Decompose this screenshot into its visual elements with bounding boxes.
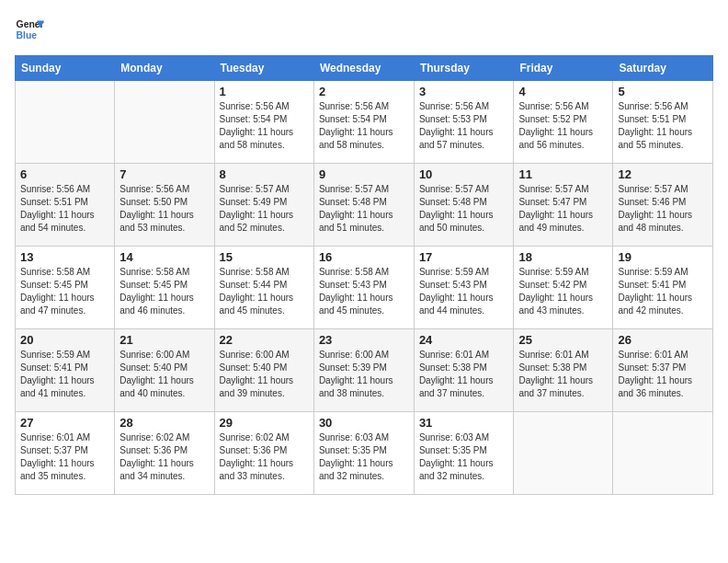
calendar-cell: 20Sunrise: 5:59 AM Sunset: 5:41 PM Dayli… [16, 329, 115, 412]
svg-text:Blue: Blue [17, 30, 38, 40]
calendar-cell: 5Sunrise: 5:56 AM Sunset: 5:51 PM Daylig… [613, 81, 713, 164]
calendar-cell: 8Sunrise: 5:57 AM Sunset: 5:49 PM Daylig… [214, 164, 313, 247]
day-number: 5 [618, 85, 708, 98]
calendar-cell: 2Sunrise: 5:56 AM Sunset: 5:54 PM Daylig… [313, 81, 414, 164]
calendar-cell: 30Sunrise: 6:03 AM Sunset: 5:35 PM Dayli… [313, 412, 414, 495]
day-number: 29 [220, 416, 309, 430]
calendar-cell: 9Sunrise: 5:57 AM Sunset: 5:48 PM Daylig… [313, 164, 414, 247]
day-info: Sunrise: 5:57 AM Sunset: 5:49 PM Dayligh… [220, 183, 309, 235]
day-number: 15 [220, 250, 309, 264]
day-number: 25 [518, 333, 608, 347]
calendar-table: SundayMondayTuesdayWednesdayThursdayFrid… [15, 55, 713, 495]
day-info: Sunrise: 5:56 AM Sunset: 5:52 PM Dayligh… [518, 100, 608, 152]
day-info: Sunrise: 6:01 AM Sunset: 5:37 PM Dayligh… [618, 349, 708, 400]
page-header: General Blue [15, 15, 713, 44]
calendar-cell: 18Sunrise: 5:59 AM Sunset: 5:42 PM Dayli… [514, 247, 613, 329]
calendar-cell: 10Sunrise: 5:57 AM Sunset: 5:48 PM Dayli… [414, 164, 514, 247]
day-info: Sunrise: 5:57 AM Sunset: 5:48 PM Dayligh… [319, 183, 409, 235]
day-info: Sunrise: 5:58 AM Sunset: 5:43 PM Dayligh… [319, 266, 409, 317]
day-number: 21 [119, 333, 209, 347]
day-info: Sunrise: 5:59 AM Sunset: 5:42 PM Dayligh… [518, 266, 608, 317]
day-info: Sunrise: 5:56 AM Sunset: 5:51 PM Dayligh… [618, 100, 708, 152]
day-info: Sunrise: 5:59 AM Sunset: 5:41 PM Dayligh… [20, 349, 109, 400]
day-number: 12 [618, 167, 708, 181]
day-info: Sunrise: 5:58 AM Sunset: 5:45 PM Dayligh… [20, 266, 109, 317]
calendar-cell: 15Sunrise: 5:58 AM Sunset: 5:44 PM Dayli… [214, 247, 313, 329]
day-number: 24 [419, 333, 509, 347]
day-info: Sunrise: 6:00 AM Sunset: 5:39 PM Dayligh… [319, 349, 409, 400]
day-number: 27 [20, 416, 109, 430]
day-info: Sunrise: 6:02 AM Sunset: 5:36 PM Dayligh… [119, 431, 209, 483]
column-header-saturday: Saturday [613, 56, 713, 81]
day-info: Sunrise: 5:57 AM Sunset: 5:48 PM Dayligh… [419, 183, 509, 235]
day-info: Sunrise: 5:57 AM Sunset: 5:46 PM Dayligh… [618, 183, 708, 235]
day-info: Sunrise: 5:56 AM Sunset: 5:51 PM Dayligh… [20, 183, 109, 235]
calendar-cell: 24Sunrise: 6:01 AM Sunset: 5:38 PM Dayli… [414, 329, 514, 412]
logo: General Blue [15, 15, 44, 44]
column-header-thursday: Thursday [414, 56, 514, 81]
calendar-cell [115, 81, 214, 164]
calendar-cell: 25Sunrise: 6:01 AM Sunset: 5:38 PM Dayli… [514, 329, 613, 412]
day-info: Sunrise: 6:03 AM Sunset: 5:35 PM Dayligh… [419, 431, 509, 483]
column-header-wednesday: Wednesday [313, 56, 414, 81]
day-info: Sunrise: 6:01 AM Sunset: 5:37 PM Dayligh… [20, 431, 109, 483]
day-info: Sunrise: 5:57 AM Sunset: 5:47 PM Dayligh… [518, 183, 608, 235]
day-number: 7 [119, 167, 209, 181]
day-number: 8 [220, 167, 309, 181]
calendar-week-2: 6Sunrise: 5:56 AM Sunset: 5:51 PM Daylig… [16, 164, 713, 247]
day-number: 20 [20, 333, 109, 347]
calendar-cell: 27Sunrise: 6:01 AM Sunset: 5:37 PM Dayli… [16, 412, 115, 495]
day-number: 6 [20, 167, 109, 181]
day-number: 11 [518, 167, 608, 181]
day-info: Sunrise: 6:01 AM Sunset: 5:38 PM Dayligh… [419, 349, 509, 400]
calendar-cell [514, 412, 613, 495]
calendar-week-4: 20Sunrise: 5:59 AM Sunset: 5:41 PM Dayli… [16, 329, 713, 412]
day-number: 1 [220, 85, 309, 98]
day-number: 31 [419, 416, 509, 430]
calendar-cell: 31Sunrise: 6:03 AM Sunset: 5:35 PM Dayli… [414, 412, 514, 495]
calendar-week-3: 13Sunrise: 5:58 AM Sunset: 5:45 PM Dayli… [16, 247, 713, 329]
calendar-cell: 29Sunrise: 6:02 AM Sunset: 5:36 PM Dayli… [214, 412, 313, 495]
day-info: Sunrise: 6:02 AM Sunset: 5:36 PM Dayligh… [220, 431, 309, 483]
calendar-week-5: 27Sunrise: 6:01 AM Sunset: 5:37 PM Dayli… [16, 412, 713, 495]
day-info: Sunrise: 5:56 AM Sunset: 5:53 PM Dayligh… [419, 100, 509, 152]
calendar-cell [613, 412, 713, 495]
calendar-cell: 22Sunrise: 6:00 AM Sunset: 5:40 PM Dayli… [214, 329, 313, 412]
calendar-cell: 17Sunrise: 5:59 AM Sunset: 5:43 PM Dayli… [414, 247, 514, 329]
day-number: 17 [419, 250, 509, 264]
column-header-sunday: Sunday [16, 56, 115, 81]
calendar-cell: 14Sunrise: 5:58 AM Sunset: 5:45 PM Dayli… [115, 247, 214, 329]
day-info: Sunrise: 6:00 AM Sunset: 5:40 PM Dayligh… [119, 349, 209, 400]
calendar-cell: 23Sunrise: 6:00 AM Sunset: 5:39 PM Dayli… [313, 329, 414, 412]
calendar-cell: 6Sunrise: 5:56 AM Sunset: 5:51 PM Daylig… [16, 164, 115, 247]
day-number: 14 [119, 250, 209, 264]
day-info: Sunrise: 6:03 AM Sunset: 5:35 PM Dayligh… [319, 431, 409, 483]
day-number: 4 [518, 85, 608, 98]
day-number: 13 [20, 250, 109, 264]
day-info: Sunrise: 5:59 AM Sunset: 5:41 PM Dayligh… [618, 266, 708, 317]
calendar-cell: 4Sunrise: 5:56 AM Sunset: 5:52 PM Daylig… [514, 81, 613, 164]
day-number: 28 [119, 416, 209, 430]
day-number: 3 [419, 85, 509, 98]
calendar-cell: 12Sunrise: 5:57 AM Sunset: 5:46 PM Dayli… [613, 164, 713, 247]
calendar-header-row: SundayMondayTuesdayWednesdayThursdayFrid… [16, 56, 713, 81]
day-number: 30 [319, 416, 409, 430]
day-info: Sunrise: 5:59 AM Sunset: 5:43 PM Dayligh… [419, 266, 509, 317]
column-header-monday: Monday [115, 56, 214, 81]
day-info: Sunrise: 5:56 AM Sunset: 5:50 PM Dayligh… [119, 183, 209, 235]
calendar-body: 1Sunrise: 5:56 AM Sunset: 5:54 PM Daylig… [16, 81, 713, 495]
column-header-friday: Friday [514, 56, 613, 81]
day-info: Sunrise: 5:56 AM Sunset: 5:54 PM Dayligh… [220, 100, 309, 152]
day-info: Sunrise: 5:56 AM Sunset: 5:54 PM Dayligh… [319, 100, 409, 152]
day-number: 16 [319, 250, 409, 264]
calendar-cell: 11Sunrise: 5:57 AM Sunset: 5:47 PM Dayli… [514, 164, 613, 247]
calendar-cell: 1Sunrise: 5:56 AM Sunset: 5:54 PM Daylig… [214, 81, 313, 164]
day-number: 19 [618, 250, 708, 264]
calendar-cell: 3Sunrise: 5:56 AM Sunset: 5:53 PM Daylig… [414, 81, 514, 164]
column-header-tuesday: Tuesday [214, 56, 313, 81]
logo-icon: General Blue [15, 15, 44, 44]
day-info: Sunrise: 6:00 AM Sunset: 5:40 PM Dayligh… [220, 349, 309, 400]
calendar-cell: 13Sunrise: 5:58 AM Sunset: 5:45 PM Dayli… [16, 247, 115, 329]
day-number: 22 [220, 333, 309, 347]
day-number: 18 [518, 250, 608, 264]
